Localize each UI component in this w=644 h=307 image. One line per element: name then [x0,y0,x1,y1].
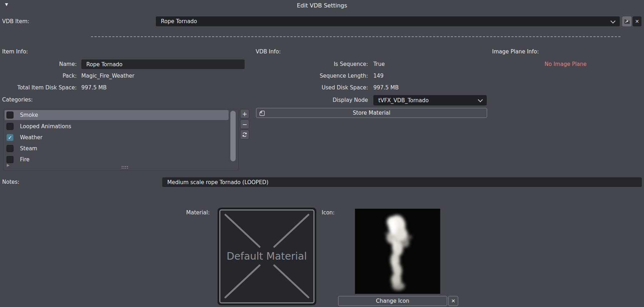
dashed-separator [91,36,620,37]
category-label: Looped Animations [20,123,71,130]
vdb-item-value: Rope Tornado [161,18,197,25]
add-category-button[interactable]: + [240,109,249,119]
category-row-steam[interactable]: ✓ Steam [5,144,229,154]
minus-icon: − [242,121,247,128]
category-row-weather[interactable]: ✓ Weather [5,132,229,142]
vdb-item-dropdown[interactable]: Rope Tornado [156,16,620,26]
list-resize-grip[interactable] [121,166,128,168]
store-material-button[interactable]: Store Material [256,108,487,118]
checkbox-fire[interactable]: ✓ [6,156,14,163]
pack-value: Magic_Fire_Weather [81,71,134,81]
close-icon: ✕ [635,19,639,24]
display-node-value: tVFX_VDB_Tornado [378,97,429,104]
category-label: Fire [20,156,30,163]
category-row-smoke[interactable]: ✓ Smoke [5,110,229,120]
categories-list: ✓ Smoke ✓ Looped Animations ✓ Weather ✓ … [3,109,239,171]
remove-icon-button[interactable]: ✕ [448,296,458,306]
checkbox-steam[interactable]: ✓ [6,145,14,152]
list-expand-icon[interactable]: ▶ [7,163,10,167]
default-material-text: Default Material [227,250,307,262]
tornado-smoke-graphic [355,209,440,294]
vdb-item-label: VDB Item: [2,16,29,26]
category-label: Smoke [20,112,38,118]
chevron-down-icon [610,19,615,24]
material-preview[interactable]: Default Material [218,208,316,305]
name-value: Rope Tornado [86,61,123,68]
panel-title: Edit VDB Settings [0,2,644,9]
category-label: Weather [20,134,42,141]
plus-icon: + [242,110,247,118]
store-material-icon [259,110,265,116]
total-disk-space-value: 997.5 MB [81,83,107,93]
default-material-graphic: Default Material [220,210,313,302]
store-material-label: Store Material [353,110,390,116]
checkbox-weather[interactable]: ✓ [6,134,14,141]
chevron-down-icon [478,97,483,102]
pack-label: Pack: [0,71,77,81]
category-row-fire[interactable]: ✓ Fire [5,155,229,165]
item-icon-image [355,209,440,294]
close-icon: ✕ [451,298,455,303]
clear-item-button[interactable]: ✕ [633,16,642,26]
display-node-label: Display Node [256,95,368,105]
total-disk-space-label: Total Item Disk Space: [0,83,77,93]
refresh-categories-button[interactable] [240,130,249,140]
name-input[interactable]: Rope Tornado [81,59,245,69]
display-node-dropdown[interactable]: tVFX_VDB_Tornado [373,95,487,105]
change-icon-button[interactable]: Change Icon [338,296,447,306]
categories-label: Categories: [2,97,33,103]
name-label: Name: [0,59,77,69]
vdb-info-title: VDB Info: [256,48,281,55]
browse-item-button[interactable] [622,16,632,26]
checkbox-smoke[interactable]: ✓ [6,111,14,119]
material-label: Material: [136,208,210,218]
image-plane-info-title: Image Plane Info: [492,48,539,55]
folder-arrow-icon [624,19,630,24]
icon-label: Icon: [322,208,334,218]
used-disk-space-label: Used Disk Space: [256,83,368,93]
material-preview-inner: Default Material [219,209,315,303]
notes-label: Notes: [2,177,19,187]
edit-vdb-settings-panel: ▼ Edit VDB Settings VDB Item: Rope Torna… [0,0,644,307]
refresh-icon [242,132,247,137]
is-sequence-value: True [373,59,385,69]
no-image-plane-status: No Image Plane [545,59,587,69]
category-row-looped-animations[interactable]: ✓ Looped Animations [5,121,229,131]
checkbox-looped-animations[interactable]: ✓ [6,123,14,130]
notes-value: Medium scale rope Tornado (LOOPED) [167,179,269,186]
sequence-length-label: Sequence Length: [256,71,368,81]
remove-category-button[interactable]: − [240,119,249,129]
item-info-title: Item Info: [2,48,28,55]
category-label: Steam [20,145,37,152]
notes-input[interactable]: Medium scale rope Tornado (LOOPED) [162,177,642,187]
list-scrollbar[interactable] [230,111,236,161]
change-icon-label: Change Icon [376,298,409,304]
used-disk-space-value: 997.5 MB [373,83,399,93]
sequence-length-value: 149 [373,71,384,81]
check-icon: ✓ [8,135,12,140]
is-sequence-label: Is Sequence: [256,59,368,69]
